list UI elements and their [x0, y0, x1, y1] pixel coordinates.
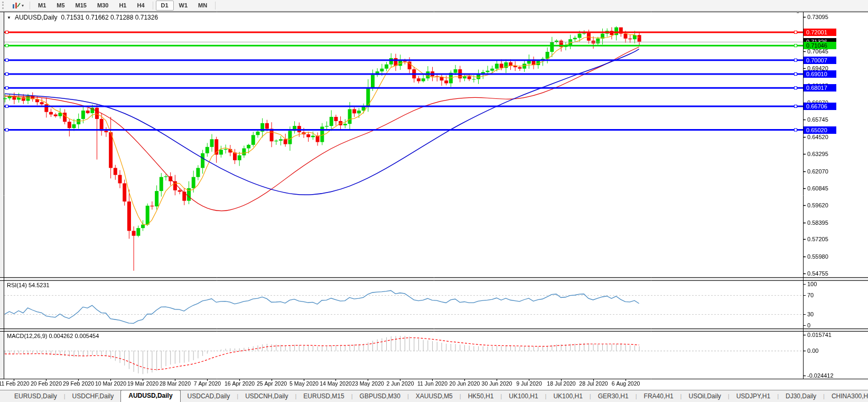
chart-tab-XAUUSD-M5[interactable]: XAUUSD,M5	[409, 391, 460, 402]
chart-tab-GBPUSD-M30[interactable]: GBPUSD,M30	[353, 391, 407, 402]
chart-tab-GER30-H1[interactable]: GER30,H1	[591, 391, 636, 402]
chart-tab-USDCNH-Daily[interactable]: USDCNH,Daily	[238, 391, 295, 402]
timeframe-button-D1[interactable]: D1	[156, 1, 174, 11]
timeframe-button-H1[interactable]: H1	[114, 1, 132, 11]
toolbar-separator	[153, 2, 153, 10]
collapse-arrow-icon[interactable]: ▼	[7, 15, 11, 20]
toolbar-separator	[215, 2, 216, 10]
chart-tab-UK100-H1[interactable]: UK100,H1	[546, 391, 589, 402]
chart-tab-USOil-Daily[interactable]: USOil,Daily	[682, 391, 727, 402]
chart-tab-EURUSD-Daily[interactable]: EURUSD,Daily	[7, 391, 64, 402]
chart-dropdown-arrow-icon[interactable]: ▾	[22, 3, 24, 8]
chart-ohlc-values: 0.71531 0.71662 0.71288 0.71326	[61, 14, 158, 21]
rsi-indicator-label: RSI(14) 54.5231	[7, 282, 50, 288]
timeframe-button-M1[interactable]: M1	[33, 1, 51, 11]
chart-tab-bar: EURUSD,Daily|USDCHF,DailyAUDUSD,DailyUSD…	[0, 390, 868, 402]
toolbar-separator	[30, 2, 30, 10]
chart-symbol-label: AUDUSD,Daily	[15, 14, 58, 21]
timeframe-button-H4[interactable]: H4	[132, 1, 150, 11]
chart-tab-CHINA300-H4[interactable]: CHINA300,H4	[825, 391, 868, 402]
macd-indicator-label: MACD(12,26,9) 0.004262 0.005454	[7, 333, 99, 339]
chart-tab-UK100-H1[interactable]: UK100,H1	[502, 391, 545, 402]
chart-tab-EURUSD-M15[interactable]: EURUSD,M15	[296, 391, 351, 402]
chart-tab-FRA40-H1[interactable]: FRA40,H1	[637, 391, 680, 402]
toolbar-grip[interactable]	[2, 2, 6, 9]
new-chart-icon[interactable]	[12, 2, 21, 9]
chart-tab-DJ30-Daily[interactable]: DJ30,Daily	[779, 391, 823, 402]
timeframe-button-MN[interactable]: MN	[193, 1, 212, 11]
timeframe-buttons: M1M5M15M30H1H4D1W1MN	[33, 1, 218, 11]
timeframe-button-M15[interactable]: M15	[70, 1, 92, 11]
price-chart-canvas[interactable]	[0, 0, 868, 390]
timeframe-button-W1[interactable]: W1	[174, 1, 193, 11]
chart-title: ▼ AUDUSD,Daily 0.71531 0.71662 0.71288 0…	[7, 14, 158, 21]
chart-tab-USDCAD-Daily[interactable]: USDCAD,Daily	[181, 391, 237, 402]
chart-tab-AUDUSD-Daily[interactable]: AUDUSD,Daily	[120, 390, 180, 402]
timeframe-toolbar: ▾ M1M5M15M30H1H4D1W1MN	[0, 0, 868, 11]
timeframe-button-M30[interactable]: M30	[92, 1, 114, 11]
timeframe-button-M5[interactable]: M5	[51, 1, 70, 11]
chart-tab-USDJPY-H1[interactable]: USDJPY,H1	[730, 391, 777, 402]
chart-tab-HK50-H1[interactable]: HK50,H1	[461, 391, 501, 402]
chart-tab-USDCHF-Daily[interactable]: USDCHF,Daily	[66, 391, 121, 402]
